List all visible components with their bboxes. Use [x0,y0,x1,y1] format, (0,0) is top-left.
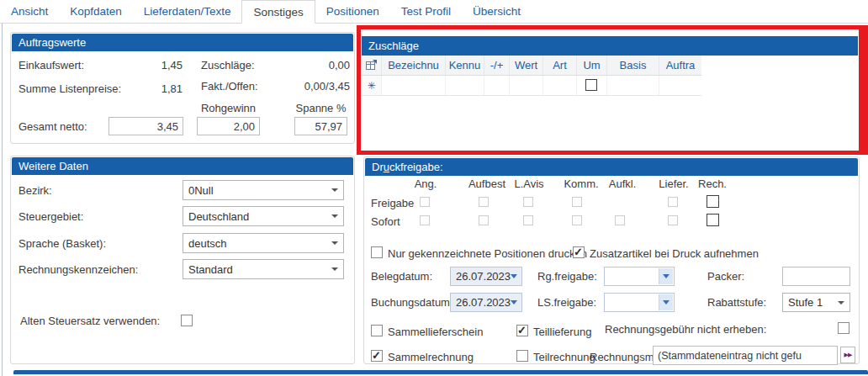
freigabe-row-label: Freigabe [371,197,414,209]
grid-selector-icon-glyph [366,60,378,71]
chevron-down-icon [331,214,338,218]
tab-kopfdaten[interactable]: Kopfdaten [59,0,133,23]
freigabe-ang-checkbox[interactable] [420,197,430,207]
cell-wert[interactable] [510,76,543,95]
steuergebiet-dropdown[interactable]: Deutschland [183,206,344,226]
zuschlaege-value: 0,00 [294,59,350,71]
cell-auftrag[interactable] [659,76,701,95]
tab-lieferdaten-texte[interactable]: Lieferdaten/Texte [133,0,242,23]
teillieferung-checkbox[interactable] [516,325,528,336]
druckfreigabe-panel: Druckfreigabe: Ang. Aufbest L.Avis Komm.… [363,156,860,364]
rohgewinn-header: Rohgewinn [197,102,260,114]
nur-gekennzeichnete-checkbox[interactable] [371,246,383,258]
chevron-down-icon [331,241,338,245]
teilrechnung-label: Teilrechnung [533,351,595,363]
spanne-input[interactable] [294,117,347,135]
cell-kennung[interactable] [446,76,484,95]
cell-plusminus[interactable] [484,76,510,95]
teilrechnung-checkbox[interactable] [516,350,528,362]
column-header-basis[interactable]: Basis [607,56,659,75]
sammelrechnung-label: Sammelrechnung [388,351,474,363]
alter-steuersatz-checkbox[interactable] [181,315,193,326]
ls-freigabe-dropdown[interactable] [604,293,675,312]
zusatzartikel-checkbox[interactable] [573,246,585,258]
rechnungsgebuehr-label: Rechnungsgebühr nicht erheben: [605,323,766,336]
fakt-offen-value: 0,00/3,45 [277,80,350,93]
bezirk-dropdown[interactable]: 0Null [183,180,344,200]
chevron-down-icon [511,300,517,305]
column-header-auftrag[interactable]: Auftra [659,56,701,75]
einkaufswert-label: Einkaufswert: [19,59,84,71]
dropdown-button[interactable] [659,268,673,284]
cell-art[interactable] [543,76,577,95]
zuschlaege-grid-header-row: Bezeichnu Kennu -/+ Wert Art Um Basis Au… [362,56,701,76]
freigabe-lavis-checkbox[interactable] [523,197,533,207]
sofort-komm-checkbox[interactable] [572,215,582,225]
zuschlaege-highlight-box: Zuschläge Bezeichnu Kennu -/+ Wert Art U… [357,25,868,155]
tab-ansicht[interactable]: Ansicht [0,0,59,23]
rechnungsmail-input[interactable] [653,346,838,365]
buchungsdatum-datepicker[interactable]: 26.07.2023 [450,293,522,312]
tab-bar: Ansicht Kopfdaten Lieferdaten/Texte Sons… [0,0,868,24]
rechnungsgebuehr-checkbox[interactable] [838,322,849,334]
chevron-down-icon [838,301,844,305]
um-checkbox[interactable] [585,79,597,91]
packer-input[interactable] [782,267,850,286]
buchungsdatum-label: Buchungsdatum: [371,296,453,309]
belegdatum-label: Belegdatum: [371,270,432,283]
gesamt-netto-input[interactable] [108,117,183,135]
sofort-lavis-checkbox[interactable] [523,215,533,225]
col-header-aufbest: Aufbest [463,177,511,190]
rabattstufe-dropdown[interactable]: Stufe 1 [782,293,850,312]
bottom-panel-divider [13,370,868,374]
freigabe-rech-checkbox[interactable] [707,195,719,208]
new-row-marker-icon: ✳ [362,76,382,95]
dropdown-button[interactable] [659,294,673,310]
freigabe-aufbest-checkbox[interactable] [479,197,489,207]
tab-uebersicht[interactable]: Übersicht [462,0,532,23]
tab-sonstiges[interactable]: Sonstiges [241,0,315,24]
sprache-value: deutsch [188,237,227,250]
sofort-aufkl-checkbox[interactable] [615,215,625,225]
belegdatum-datepicker[interactable]: 26.07.2023 [450,267,522,286]
teillieferung-label: Teillieferung [533,326,591,338]
rg-freigabe-dropdown[interactable] [604,267,675,286]
column-header-um[interactable]: Um [577,56,607,75]
cell-basis[interactable] [607,76,659,95]
rechnungsmail-more-button[interactable]: ▶▶ [840,347,855,363]
col-header-ang: Ang. [402,177,449,190]
col-header-lavis: L.Avis [505,177,553,190]
auftragswerte-panel: Auftragswerte Einkaufswert: 1,45 Zuschlä… [10,32,355,144]
packer-label: Packer: [707,270,744,283]
sofort-rech-checkbox[interactable] [707,214,719,226]
grid-selector-icon[interactable] [362,56,382,75]
chevron-down-icon [331,188,338,192]
belegdatum-value: 26.07.2023 [456,270,511,283]
column-header-kennung[interactable]: Kennu [446,56,484,75]
freigabe-liefer-checkbox[interactable] [668,197,678,207]
weitere-daten-panel: Weitere Daten Bezirk: 0Null Steuergebiet… [10,156,355,364]
rechnungskennzeichen-dropdown[interactable]: Standard [183,259,344,279]
einkaufswert-value: 1,45 [134,59,183,71]
column-header-art[interactable]: Art [543,56,577,75]
sofort-aufbest-checkbox[interactable] [479,215,489,225]
order-detail-screen: Ansicht Kopfdaten Lieferdaten/Texte Sons… [0,0,868,376]
column-header-wert[interactable]: Wert [510,56,543,75]
sofort-liefer-checkbox[interactable] [668,215,678,225]
tab-positionen[interactable]: Positionen [315,0,390,23]
sammelrechnung-checkbox[interactable] [371,350,383,362]
gesamt-netto-label: Gesamt netto: [19,120,87,133]
tab-testprofil[interactable]: Test Profil [390,0,462,23]
sofort-ang-checkbox[interactable] [420,215,430,225]
summe-listenpreise-label: Summe Listenpreise: [19,82,121,95]
column-header-plusminus[interactable]: -/+ [484,56,510,75]
sammellieferschein-checkbox[interactable] [371,325,383,336]
rohgewinn-input[interactable] [197,117,260,135]
freigabe-komm-checkbox[interactable] [572,197,582,207]
chevron-down-icon [331,267,338,271]
column-header-bezeichnung[interactable]: Bezeichnu [382,56,446,75]
cell-bezeichnung[interactable] [382,76,446,95]
sprache-dropdown[interactable]: deutsch [183,233,344,253]
cell-um [577,76,607,95]
zuschlaege-new-row[interactable]: ✳ [362,76,701,96]
